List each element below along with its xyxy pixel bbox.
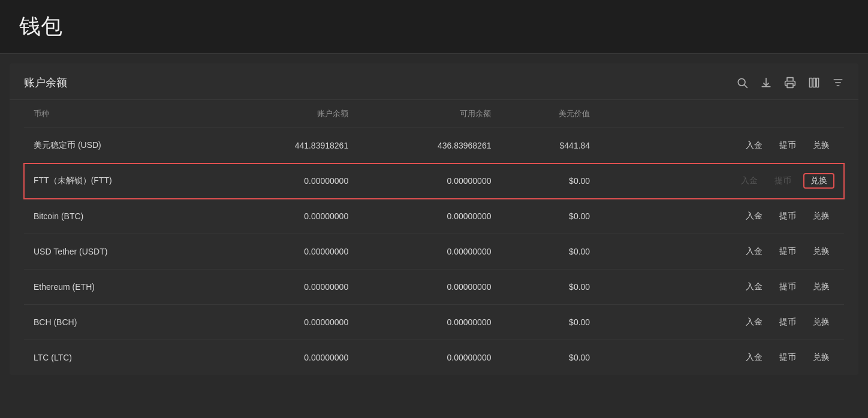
currency-cell: BCH (BCH) (24, 305, 215, 340)
balance-cell: 0.00000000 (215, 305, 358, 340)
withdraw-button[interactable]: 提币 (774, 208, 801, 224)
table-row: 美元稳定币 (USD)441.83918261436.83968261$441.… (24, 128, 844, 163)
available-cell: 0.00000000 (358, 199, 501, 234)
currency-cell: USD Tether (USDT) (24, 234, 215, 269)
deposit-button[interactable]: 入金 (741, 138, 767, 153)
col-actions (599, 100, 844, 128)
actions-cell: 入金提币兑换 (599, 340, 844, 375)
table-container: 币种 账户余额 可用余额 美元价值 美元稳定币 (USD)441.8391826… (10, 100, 858, 375)
withdraw-button[interactable]: 提币 (774, 314, 801, 330)
svg-rect-3 (810, 78, 812, 87)
actions-cell: 入金提币兑换 (599, 128, 844, 163)
available-cell: 436.83968261 (358, 128, 501, 163)
deposit-button: 入金 (736, 173, 762, 189)
exchange-button[interactable]: 兑换 (808, 244, 834, 259)
usd-value-cell: $0.00 (501, 199, 599, 234)
balance-cell: 0.00000000 (215, 163, 358, 199)
table-header-row: 币种 账户余额 可用余额 美元价值 (24, 100, 844, 128)
balance-cell: 0.00000000 (215, 340, 358, 375)
table-row: Bitcoin (BTC)0.000000000.00000000$0.00入金… (24, 199, 844, 234)
deposit-button[interactable]: 入金 (741, 244, 767, 259)
page-header: 钱包 (0, 0, 868, 54)
section-title: 账户余额 (24, 75, 67, 90)
available-cell: 0.00000000 (358, 305, 501, 340)
deposit-button[interactable]: 入金 (741, 208, 767, 224)
table-row: LTC (LTC)0.000000000.00000000$0.00入金提币兑换 (24, 340, 844, 375)
actions-cell: 入金提币兑换 (599, 269, 844, 305)
deposit-button[interactable]: 入金 (741, 314, 767, 330)
section-header: 账户余额 (10, 63, 858, 100)
withdraw-button[interactable]: 提币 (774, 279, 801, 295)
table-body: 美元稳定币 (USD)441.83918261436.83968261$441.… (24, 128, 844, 375)
table-row: FTT（未解锁）(FTT)0.000000000.00000000$0.00入金… (24, 163, 844, 199)
deposit-button[interactable]: 入金 (741, 279, 767, 295)
exchange-button[interactable]: 兑换 (808, 208, 834, 224)
usd-value-cell: $0.00 (501, 305, 599, 340)
usd-value-cell: $441.84 (501, 128, 599, 163)
toolbar-icons (736, 77, 844, 89)
search-icon[interactable] (736, 77, 748, 89)
currency-cell: FTT（未解锁）(FTT) (24, 163, 215, 199)
col-currency: 币种 (24, 100, 215, 128)
currency-cell: 美元稳定币 (USD) (24, 128, 215, 163)
usd-value-cell: $0.00 (501, 234, 599, 269)
svg-rect-2 (787, 84, 793, 88)
exchange-button[interactable]: 兑换 (808, 138, 834, 153)
columns-icon[interactable] (808, 77, 820, 89)
usd-value-cell: $0.00 (501, 163, 599, 199)
exchange-button[interactable]: 兑换 (808, 350, 834, 365)
balance-cell: 0.00000000 (215, 234, 358, 269)
currency-cell: Bitcoin (BTC) (24, 199, 215, 234)
print-icon[interactable] (784, 77, 796, 89)
available-cell: 0.00000000 (358, 234, 501, 269)
actions-cell: 入金提币兑换 (599, 234, 844, 269)
balance-cell: 0.00000000 (215, 269, 358, 305)
usd-value-cell: $0.00 (501, 340, 599, 375)
main-content: 账户余额 (10, 63, 858, 375)
available-cell: 0.00000000 (358, 340, 501, 375)
svg-rect-5 (816, 78, 818, 87)
download-icon[interactable] (760, 77, 772, 89)
exchange-button[interactable]: 兑换 (803, 173, 834, 189)
svg-rect-4 (813, 78, 815, 87)
balance-cell: 0.00000000 (215, 199, 358, 234)
col-usd-value: 美元价值 (501, 100, 599, 128)
currency-cell: Ethereum (ETH) (24, 269, 215, 305)
withdraw-button[interactable]: 提币 (774, 138, 801, 153)
available-cell: 0.00000000 (358, 163, 501, 199)
usd-value-cell: $0.00 (501, 269, 599, 305)
actions-cell: 入金提币兑换 (599, 305, 844, 340)
deposit-button[interactable]: 入金 (741, 350, 767, 365)
exchange-button[interactable]: 兑换 (808, 314, 834, 330)
withdraw-button[interactable]: 提币 (774, 244, 801, 259)
table-row: USD Tether (USDT)0.000000000.00000000$0.… (24, 234, 844, 269)
withdraw-button[interactable]: 提币 (774, 350, 801, 365)
actions-cell: 入金提币兑换 (599, 199, 844, 234)
table-row: BCH (BCH)0.000000000.00000000$0.00入金提币兑换 (24, 305, 844, 340)
available-cell: 0.00000000 (358, 269, 501, 305)
col-available: 可用余额 (358, 100, 501, 128)
currency-cell: LTC (LTC) (24, 340, 215, 375)
withdraw-button: 提币 (770, 173, 796, 189)
page-title: 钱包 (19, 12, 849, 41)
col-balance: 账户余额 (215, 100, 358, 128)
balance-cell: 441.83918261 (215, 128, 358, 163)
balance-table: 币种 账户余额 可用余额 美元价值 美元稳定币 (USD)441.8391826… (24, 100, 844, 375)
svg-line-1 (745, 85, 748, 88)
exchange-button[interactable]: 兑换 (808, 279, 834, 295)
actions-cell: 入金提币兑换 (599, 163, 844, 199)
filter-icon[interactable] (832, 77, 844, 89)
table-row: Ethereum (ETH)0.000000000.00000000$0.00入… (24, 269, 844, 305)
